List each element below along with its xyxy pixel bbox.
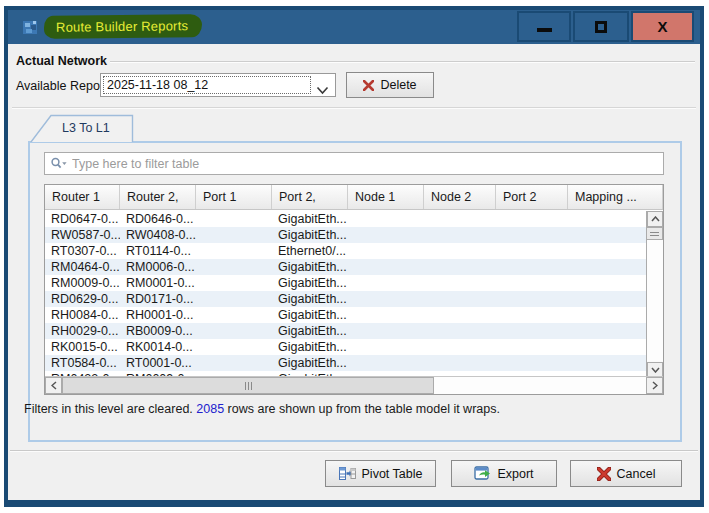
scroll-up-button[interactable] bbox=[647, 211, 663, 227]
table-cell bbox=[496, 259, 568, 275]
table-cell bbox=[568, 259, 646, 275]
table-cell: RM0006-0... bbox=[120, 259, 196, 275]
filter-field[interactable] bbox=[44, 152, 664, 175]
tab-label: L3 To L1 bbox=[62, 121, 110, 135]
table-cell bbox=[424, 323, 496, 339]
table-cell bbox=[196, 211, 272, 227]
available-reports-combobox[interactable]: 2025-11-18 08_12 bbox=[100, 73, 336, 97]
column-header[interactable]: Node 1 bbox=[348, 185, 424, 209]
section-title: Actual Network bbox=[16, 54, 107, 68]
table-cell bbox=[196, 339, 272, 355]
table-cell bbox=[568, 275, 646, 291]
table-cell: RT0114-0... bbox=[120, 243, 196, 259]
table-cell bbox=[348, 355, 424, 371]
table-cell bbox=[196, 259, 272, 275]
export-label: Export bbox=[497, 467, 533, 481]
delete-x-icon bbox=[363, 80, 374, 91]
selected-report-value: 2025-11-18 08_12 bbox=[107, 78, 208, 92]
table-cell bbox=[196, 355, 272, 371]
table-cell: RW0587-0... bbox=[45, 227, 120, 243]
table-body: RD0647-0...RD0646-0...GigabitEth...RW058… bbox=[45, 211, 646, 378]
table-row[interactable]: RM0009-0...RM0001-0...GigabitEth... bbox=[45, 275, 646, 291]
table-cell bbox=[496, 243, 568, 259]
table-cell bbox=[424, 291, 496, 307]
scroll-left-button[interactable] bbox=[45, 377, 62, 394]
status-prefix: Filters in this level are cleared. bbox=[24, 402, 196, 416]
table-cell: RM0009-0... bbox=[45, 275, 120, 291]
table-cell bbox=[568, 323, 646, 339]
scroll-right-button[interactable] bbox=[646, 377, 663, 394]
cancel-button[interactable]: Cancel bbox=[570, 460, 682, 487]
table-cell bbox=[568, 355, 646, 371]
table-cell bbox=[496, 323, 568, 339]
table-cell: RD0629-0... bbox=[45, 291, 120, 307]
combobox-focus-rect: 2025-11-18 08_12 bbox=[103, 76, 311, 94]
table-cell bbox=[348, 339, 424, 355]
table-cell bbox=[568, 339, 646, 355]
close-button[interactable]: X bbox=[631, 11, 694, 42]
table-row[interactable]: RT0307-0...RT0114-0...Ethernet0/... bbox=[45, 243, 646, 259]
table-cell bbox=[496, 291, 568, 307]
column-header[interactable]: Router 2, bbox=[120, 185, 196, 209]
horizontal-scrollbar[interactable] bbox=[45, 376, 663, 394]
minimize-button[interactable] bbox=[517, 11, 571, 42]
column-header[interactable]: Port 2, bbox=[272, 185, 348, 209]
table-cell bbox=[496, 339, 568, 355]
table-cell bbox=[496, 211, 568, 227]
table-cell bbox=[348, 291, 424, 307]
table-cell: RD0646-0... bbox=[120, 211, 196, 227]
tab-l3-to-l1[interactable]: L3 To L1 bbox=[30, 114, 134, 142]
table-row[interactable]: RH0084-0...RH0001-0...GigabitEth... bbox=[45, 307, 646, 323]
table-cell bbox=[496, 307, 568, 323]
horizontal-scroll-thumb[interactable] bbox=[62, 377, 434, 394]
table-cell bbox=[348, 227, 424, 243]
table-row[interactable]: RW0587-0...RW0408-0...GigabitEth... bbox=[45, 227, 646, 243]
search-icon bbox=[50, 157, 68, 171]
table-cell bbox=[196, 243, 272, 259]
table-cell: GigabitEth... bbox=[272, 275, 348, 291]
cancel-label: Cancel bbox=[617, 467, 656, 481]
table-status-text: Filters in this level are cleared. 2085 … bbox=[24, 402, 500, 416]
pivot-table-button[interactable]: Pivot Table bbox=[325, 460, 436, 487]
table-cell: GigabitEth... bbox=[272, 355, 348, 371]
table-cell: RT0584-0... bbox=[45, 355, 120, 371]
vertical-scrollbar[interactable] bbox=[646, 211, 663, 378]
section-divider bbox=[12, 107, 696, 109]
maximize-button[interactable] bbox=[573, 11, 629, 42]
table-cell bbox=[196, 275, 272, 291]
column-header[interactable]: Port 2 bbox=[496, 185, 568, 209]
table-row[interactable]: RD0629-0...RD0171-0...GigabitEth... bbox=[45, 291, 646, 307]
delete-button[interactable]: Delete bbox=[346, 72, 434, 98]
maximize-icon bbox=[595, 21, 607, 33]
table-cell: RH0001-0... bbox=[120, 307, 196, 323]
horizontal-scroll-track[interactable] bbox=[434, 377, 646, 394]
table-cell: RM0464-0... bbox=[45, 259, 120, 275]
table-cell: GigabitEth... bbox=[272, 259, 348, 275]
table-cell bbox=[348, 275, 424, 291]
table-cell bbox=[568, 211, 646, 227]
row-count: 2085 bbox=[196, 402, 224, 416]
vertical-scroll-track[interactable] bbox=[647, 240, 663, 361]
table-cell bbox=[424, 227, 496, 243]
minimize-icon bbox=[537, 28, 552, 32]
column-header[interactable]: Node 2 bbox=[424, 185, 496, 209]
route-builder-reports-dialog: Route Builder Reports X Actual Network A… bbox=[4, 6, 704, 507]
export-button[interactable]: Export bbox=[451, 460, 557, 487]
table-cell bbox=[348, 243, 424, 259]
column-header[interactable]: Mapping ... bbox=[568, 185, 663, 209]
table-row[interactable]: RH0029-0...RB0009-0...GigabitEth... bbox=[45, 323, 646, 339]
column-header[interactable]: Port 1 bbox=[196, 185, 272, 209]
table-row[interactable]: RT0584-0...RT0001-0...GigabitEth... bbox=[45, 355, 646, 371]
table-row[interactable]: RM0464-0...RM0006-0...GigabitEth... bbox=[45, 259, 646, 275]
table-row[interactable]: RK0015-0...RK0014-0...GigabitEth... bbox=[45, 339, 646, 355]
column-header[interactable]: Router 1 bbox=[45, 185, 120, 209]
titlebar[interactable]: Route Builder Reports X bbox=[8, 10, 700, 44]
vertical-scroll-thumb[interactable] bbox=[647, 227, 663, 240]
filter-input[interactable] bbox=[72, 157, 663, 171]
table-row[interactable]: RD0647-0...RD0646-0...GigabitEth... bbox=[45, 211, 646, 227]
table-cell bbox=[348, 323, 424, 339]
group-divider bbox=[110, 61, 695, 63]
table-cell: GigabitEth... bbox=[272, 291, 348, 307]
table-cell: GigabitEth... bbox=[272, 211, 348, 227]
table-cell bbox=[424, 243, 496, 259]
